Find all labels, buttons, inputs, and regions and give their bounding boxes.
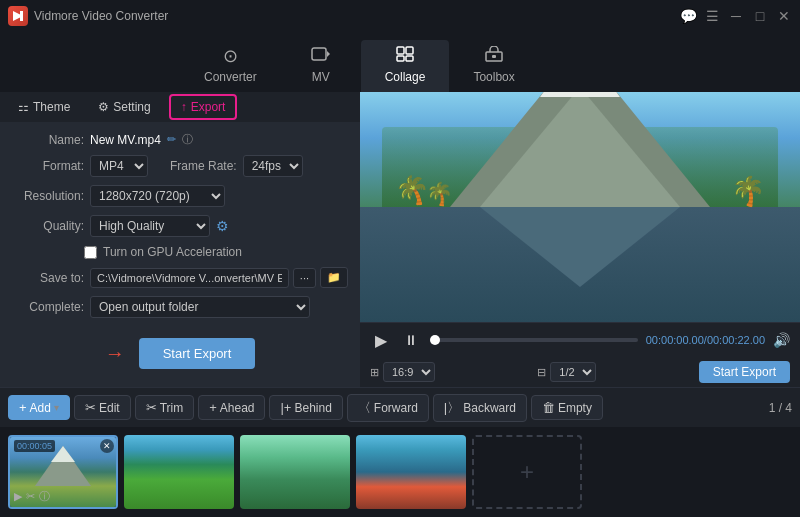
time-display: 00:00:00.00/00:00:22.00 (646, 334, 765, 346)
app-icon (8, 6, 28, 26)
quality-select[interactable]: High Quality Standard Quality Low Qualit… (90, 215, 210, 237)
behind-label: Behind (294, 401, 331, 415)
add-dropdown-arrow: ▾ (54, 402, 59, 413)
export-form: Name: New MV.mp4 ✏ ⓘ Format: MP4 MOV AVI… (0, 122, 360, 387)
play-button[interactable]: ▶ (370, 329, 392, 351)
resolution-row: Resolution: 1280x720 (720p) 1920x1080 (1… (12, 185, 348, 207)
gpu-checkbox[interactable] (84, 246, 97, 259)
stop-button[interactable]: ⏸ (400, 329, 422, 351)
save-to-row: Save to: ··· 📁 (12, 267, 348, 288)
tab-mv[interactable]: MV (281, 40, 361, 92)
reflection-mountain (480, 207, 680, 287)
format-select[interactable]: MP4 MOV AVI (90, 155, 148, 177)
setting-label: Setting (113, 100, 150, 114)
thumb1-info[interactable]: ⓘ (39, 489, 50, 504)
frame-rate-select[interactable]: 24fps 30fps 60fps (243, 155, 303, 177)
collage-icon (396, 46, 414, 67)
thumbnail-4[interactable] (356, 435, 466, 509)
add-thumbnail-button[interactable]: + (472, 435, 582, 509)
gpu-row: Turn on GPU Acceleration (12, 245, 348, 259)
left-panel: ⚏ Theme ⚙ Setting ↑ Export Name: New MV.… (0, 92, 360, 387)
toolbox-icon (484, 46, 504, 67)
empty-button[interactable]: 🗑 Empty (531, 395, 603, 420)
thumb1-close[interactable]: ✕ (100, 439, 114, 453)
minimize-button[interactable]: ─ (728, 8, 744, 24)
thumbnail-1[interactable]: 00:00:05 ✕ ▶ ✂ ⓘ (8, 435, 118, 509)
quality-gear-icon[interactable]: ⚙ (216, 218, 229, 234)
ratio-select[interactable]: 16:9 4:3 1:1 (383, 362, 435, 382)
thumb1-cut[interactable]: ✂ (26, 490, 35, 503)
maximize-button[interactable]: □ (752, 8, 768, 24)
layout-icon: ⊟ (537, 366, 546, 379)
complete-select[interactable]: Open output folder Do nothing (90, 296, 310, 318)
empty-label: Empty (558, 401, 592, 415)
thumb1-overlay: 00:00:05 ✕ ▶ ✂ ⓘ (10, 437, 116, 507)
browse-dots-button[interactable]: ··· (293, 268, 316, 288)
trim-button[interactable]: ✂ Trim (135, 395, 195, 420)
thumbnail-strip: 00:00:05 ✕ ▶ ✂ ⓘ + (0, 427, 800, 517)
forward-button[interactable]: 〈 Forward (347, 394, 429, 422)
start-export-button[interactable]: Start Export (139, 338, 256, 369)
tab-converter-label: Converter (204, 70, 257, 84)
menu-button[interactable]: ☰ (704, 8, 720, 24)
setting-button[interactable]: ⚙ Setting (88, 96, 160, 118)
title-bar-controls: 💬 ☰ ─ □ ✕ (680, 8, 792, 24)
backward-button[interactable]: |〉 Backward (433, 394, 527, 422)
frame-rate-label: Frame Rate: (170, 159, 237, 173)
resolution-select[interactable]: 1280x720 (720p) 1920x1080 (1080p) 3840x2… (90, 185, 225, 207)
start-export-small-button[interactable]: Start Export (699, 361, 790, 383)
gpu-label[interactable]: Turn on GPU Acceleration (103, 245, 242, 259)
title-bar: Vidmore Video Converter 💬 ☰ ─ □ ✕ (0, 0, 800, 32)
ahead-button[interactable]: + Ahead (198, 395, 265, 420)
format-label: Format: (12, 159, 84, 173)
path-row: ··· 📁 (90, 267, 348, 288)
thumb4-bg (356, 435, 466, 509)
thumb1-play[interactable]: ▶ (14, 490, 22, 503)
thumbnail-3[interactable] (240, 435, 350, 509)
progress-bar[interactable] (430, 338, 638, 342)
name-value: New MV.mp4 (90, 133, 161, 147)
thumb1-time: 00:00:05 (14, 440, 55, 452)
thumb2-bg (124, 435, 234, 509)
tab-collage[interactable]: Collage (361, 40, 450, 92)
export-button[interactable]: ↑ Export (169, 94, 238, 120)
close-button[interactable]: ✕ (776, 8, 792, 24)
ratio-area: ⊞ 16:9 4:3 1:1 (370, 362, 435, 382)
theme-button[interactable]: ⚏ Theme (8, 96, 80, 118)
tab-toolbox[interactable]: Toolbox (449, 40, 538, 92)
save-path-input[interactable] (90, 268, 289, 288)
tab-collage-label: Collage (385, 70, 426, 84)
controls-row2: ⊞ 16:9 4:3 1:1 ⊟ 1/2 1/3 2/2 Start Expor… (360, 357, 800, 387)
count-select[interactable]: 1/2 1/3 2/2 (550, 362, 596, 382)
converter-icon: ⊙ (223, 45, 238, 67)
edit-button[interactable]: ✂ Edit (74, 395, 131, 420)
behind-icon: |+ (280, 400, 291, 415)
browse-folder-button[interactable]: 📁 (320, 267, 348, 288)
volume-icon[interactable]: 🔊 (773, 332, 790, 348)
svg-marker-3 (327, 51, 330, 57)
name-label: Name: (12, 133, 84, 147)
trim-label: Trim (160, 401, 184, 415)
add-button[interactable]: + Add ▾ (8, 395, 70, 420)
tab-converter[interactable]: ⊙ Converter (180, 39, 281, 92)
palm-center-icon: 🌴 (425, 180, 454, 208)
name-row: Name: New MV.mp4 ✏ ⓘ (12, 132, 348, 147)
tab-toolbox-label: Toolbox (473, 70, 514, 84)
behind-button[interactable]: |+ Behind (269, 395, 342, 420)
thumbnail-2[interactable] (124, 435, 234, 509)
info-icon[interactable]: ⓘ (182, 132, 193, 147)
svg-rect-1 (20, 11, 23, 21)
edit-icon[interactable]: ✏ (167, 133, 176, 146)
complete-row: Complete: Open output folder Do nothing (12, 296, 348, 318)
app-title: Vidmore Video Converter (34, 9, 168, 23)
chat-button[interactable]: 💬 (680, 8, 696, 24)
gear-icon: ⚙ (98, 100, 109, 114)
page-indicator: 1 / 4 (769, 401, 792, 415)
save-to-label: Save to: (12, 271, 84, 285)
tab-mv-label: MV (312, 70, 330, 84)
svg-rect-6 (397, 56, 404, 61)
right-panel: 🌴 🌴 🌴 ▶ ⏸ 00:00:00.00/00:00:22.00 🔊 ⊞ 16… (360, 92, 800, 387)
theme-icon: ⚏ (18, 100, 29, 114)
preview-area: 🌴 🌴 🌴 (360, 92, 800, 322)
backward-label: Backward (463, 401, 516, 415)
